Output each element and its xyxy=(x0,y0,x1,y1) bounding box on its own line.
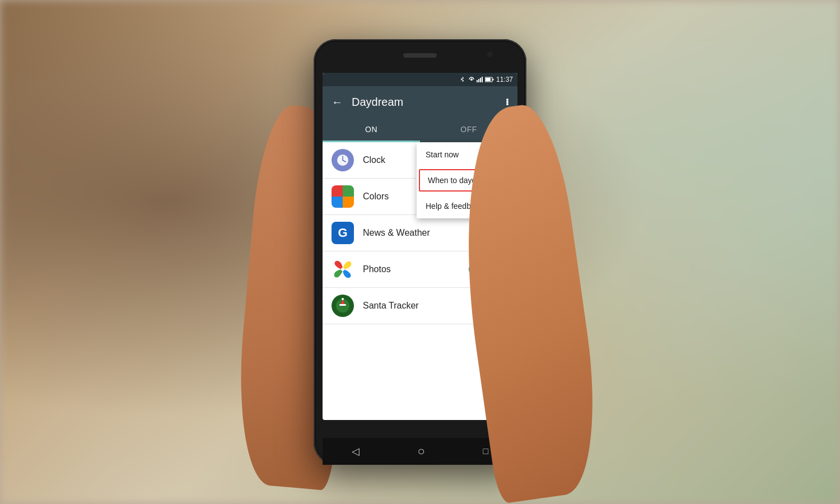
tab-on[interactable]: On xyxy=(323,118,420,142)
colors-app-icon xyxy=(332,185,354,208)
photos-label: Photos xyxy=(363,264,469,274)
svg-rect-4 xyxy=(482,77,483,82)
battery-icon xyxy=(485,77,494,82)
wifi-icon xyxy=(468,76,475,83)
svg-rect-16 xyxy=(339,304,346,306)
nav-bar: ◁ ○ □ xyxy=(323,438,517,465)
back-button[interactable]: ← xyxy=(332,96,343,109)
status-bar: 11:37 xyxy=(323,73,517,86)
news-app-icon: G xyxy=(332,222,354,244)
clock-app-icon xyxy=(332,149,354,171)
app-header: ← Daydream xyxy=(323,86,517,118)
phone-camera xyxy=(487,52,493,57)
overflow-menu-button[interactable] xyxy=(506,99,508,105)
svg-point-0 xyxy=(470,78,473,81)
bluetooth-icon xyxy=(460,76,466,83)
status-time: 11:37 xyxy=(496,76,513,83)
svg-rect-1 xyxy=(477,80,478,82)
svg-rect-3 xyxy=(480,78,481,82)
nav-recent-button[interactable]: □ xyxy=(483,446,488,456)
svg-rect-6 xyxy=(492,79,493,81)
santa-app-icon xyxy=(332,295,354,317)
nav-back-button[interactable]: ◁ xyxy=(352,445,360,458)
svg-rect-7 xyxy=(486,78,491,81)
svg-point-17 xyxy=(342,298,344,300)
signal-icon xyxy=(477,77,483,82)
header-title: Daydream xyxy=(352,96,497,109)
svg-rect-2 xyxy=(478,79,479,82)
status-icons xyxy=(460,76,494,83)
phone-device: 11:37 ← Daydream On xyxy=(314,39,526,465)
nav-home-button[interactable]: ○ xyxy=(418,444,425,459)
svg-point-12 xyxy=(341,268,344,271)
phone-speaker xyxy=(403,53,437,58)
photos-app-icon xyxy=(332,258,354,281)
